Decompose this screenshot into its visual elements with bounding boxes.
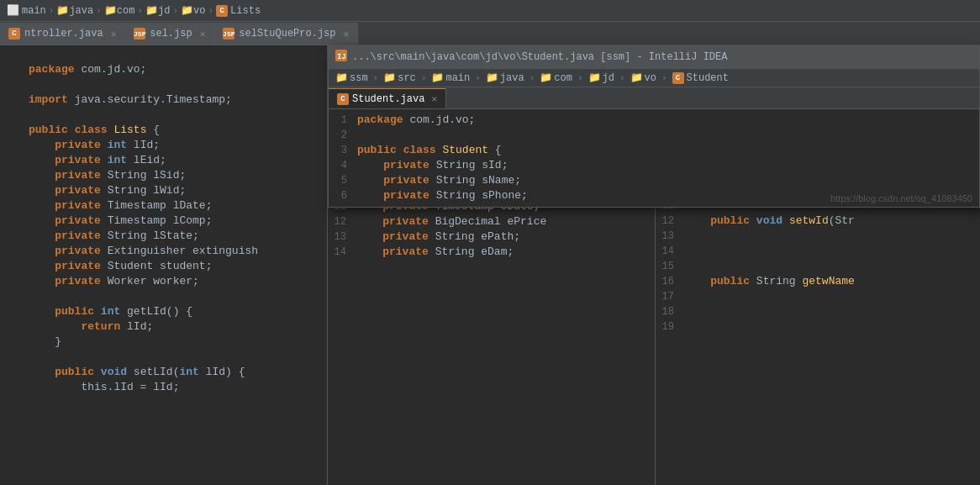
breadcrumb-java[interactable]: 📁 java (56, 4, 93, 17)
student-c-icon: C (672, 72, 684, 84)
tab-selstu[interactable]: JSP selStuQuePro.jsp ✕ (214, 23, 358, 45)
popup-tab-student[interactable]: C Student.java ✕ (329, 88, 446, 108)
code-line: private String lState; (0, 229, 327, 244)
popup-bc-main[interactable]: 📁 main (431, 71, 470, 84)
code-line: 5 private String sName; (329, 173, 979, 188)
code-line: 13 (656, 229, 980, 244)
code-line: public int getLId() { (0, 304, 327, 319)
code-line: 12 public void setwId(Str (656, 214, 980, 229)
code-line: private int lEid; (0, 153, 327, 168)
popup-bc-vo[interactable]: 📁 vo (630, 71, 656, 84)
c-class-icon: C (216, 5, 228, 17)
java-icon: 📁 (56, 4, 69, 17)
code-line: 18 (656, 304, 980, 319)
sep1: › (49, 6, 55, 16)
code-line: private String lSid; (0, 168, 327, 183)
code-line: 14 (656, 244, 980, 259)
code-line: return lId; (0, 319, 327, 335)
code-line: package com.jd.vo; (0, 62, 327, 77)
selstu-icon: JSP (223, 28, 234, 40)
code-line: private Extinguisher extinguish (0, 244, 327, 259)
code-line: private Timestamp lDate; (0, 198, 327, 214)
popup-bc-com[interactable]: 📁 com (540, 71, 572, 84)
svg-text:IJ: IJ (337, 53, 346, 61)
controller-icon: C (8, 28, 20, 40)
popup-tab-close[interactable]: ✕ (431, 93, 437, 104)
code-line (0, 77, 327, 92)
code-line: } (0, 335, 327, 350)
tab-bar: C ntroller.java ✕ JSP sel.jsp ✕ JSP selS… (0, 22, 980, 45)
editor-container: package com.jd.vo; import java.security.… (0, 45, 980, 485)
code-line: 16 public String getwName (656, 274, 980, 289)
code-line: 13 private String ePath; (328, 229, 655, 245)
code-line: 3 public class Student { (329, 143, 979, 158)
code-line: private String lWid; (0, 183, 327, 198)
sep2: › (96, 6, 102, 16)
breadcrumb-bar: ⬜ main › 📁 java › 📁 com › 📁 jd › 📁 vo › … (0, 0, 980, 22)
sep5: › (208, 6, 213, 16)
sep4: › (172, 6, 178, 16)
code-line (0, 47, 327, 62)
panel-lists: package com.jd.vo; import java.security.… (0, 45, 328, 485)
popup-bc-student[interactable]: C Student (672, 72, 729, 84)
code-line: import java.security.Timestamp; (0, 92, 327, 108)
breadcrumb-main[interactable]: ⬜ main (7, 4, 46, 17)
breadcrumb-jd[interactable]: 📁 jd (145, 4, 170, 17)
popup-title-bar: IJ ...\src\main\java\com\jd\vo\Student.j… (329, 46, 979, 69)
popup-code-lines: 1 package com.jd.vo; 2 3 public class St… (329, 111, 979, 205)
code-line: 19 (656, 319, 980, 335)
popup-code-area[interactable]: 1 package com.jd.vo; 2 3 public class St… (329, 109, 979, 207)
code-line: private Worker worker; (0, 274, 327, 289)
code-line (0, 350, 327, 365)
tab-ntroller[interactable]: C ntroller.java ✕ (0, 23, 125, 45)
jd-folder-icon2: 📁 (588, 71, 601, 84)
watermark: https://blog.csdn.net/oq_41083450 (830, 193, 972, 203)
code-line: 17 (656, 289, 980, 304)
code-line: 4 private String sId; (329, 158, 979, 173)
popup-title-icon: IJ (335, 50, 347, 65)
popup-bc-java[interactable]: 📁 java (486, 71, 524, 84)
breadcrumb-lists[interactable]: C Lists (216, 5, 261, 17)
popup-bc-src[interactable]: 📁 src (383, 71, 416, 84)
tab-sel-jsp[interactable]: JSP sel.jsp ✕ (125, 23, 214, 45)
tab-ntroller-close[interactable]: ✕ (111, 29, 117, 40)
main-folder-icon: 📁 (431, 71, 444, 84)
popup-tab-label: Student.java (352, 93, 424, 105)
code-line: 2 (329, 128, 979, 143)
vo-icon: 📁 (181, 4, 193, 17)
popup-title-text: ...\src\main\java\com\jd\vo\Student.java… (352, 51, 727, 63)
popup-student: IJ ...\src\main\java\com\jd\vo\Student.j… (328, 45, 980, 208)
code-line: 15 (656, 259, 980, 274)
breadcrumb-vo[interactable]: 📁 vo (181, 4, 205, 17)
code-line: public class Lists { (0, 123, 327, 138)
tab-ntroller-label: ntroller.java (24, 28, 103, 40)
vo-folder-icon2: 📁 (630, 71, 643, 84)
tab-selstu-close[interactable]: ✕ (344, 29, 350, 40)
code-line: private int lId; (0, 138, 327, 153)
code-line: private Timestamp lComp; (0, 214, 327, 229)
popup-tab-bar: C Student.java ✕ (329, 87, 979, 109)
code-line: this.lId = lId; (0, 380, 327, 395)
code-line: 12 private BigDecimal ePrice (328, 214, 655, 229)
popup-bc-ssm[interactable]: 📁 ssm (335, 71, 368, 84)
jd-icon: 📁 (145, 4, 158, 17)
ssm-folder-icon: 📁 (335, 71, 348, 84)
code-line: private Student student; (0, 259, 327, 274)
sep3: › (137, 6, 143, 16)
tab-selstu-label: selStuQuePro.jsp (239, 28, 335, 40)
sel-jsp-icon: JSP (134, 28, 145, 40)
code-line (0, 108, 327, 123)
main-icon: ⬜ (7, 4, 19, 17)
code-line: 14 private String eDam; (328, 245, 655, 260)
com-icon: 📁 (104, 4, 117, 17)
tab-sel-jsp-close[interactable]: ✕ (200, 29, 206, 40)
code-line: public void setLId(int lId) { (0, 365, 327, 380)
popup-bc-jd[interactable]: 📁 jd (588, 71, 614, 84)
popup-breadcrumb: 📁 ssm › 📁 src › 📁 main › 📁 java › 📁 com (329, 69, 979, 87)
lists-code-lines: package com.jd.vo; import java.security.… (0, 45, 327, 397)
java-folder-icon2: 📁 (486, 71, 498, 84)
breadcrumb-com[interactable]: 📁 com (104, 4, 135, 17)
lists-code-area[interactable]: package com.jd.vo; import java.security.… (0, 45, 327, 485)
code-line: 1 package com.jd.vo; (329, 113, 979, 128)
src-folder-icon: 📁 (383, 71, 396, 84)
